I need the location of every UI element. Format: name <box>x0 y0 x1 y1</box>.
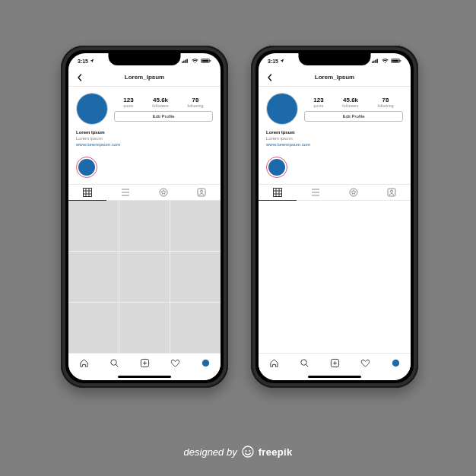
svg-rect-2 <box>185 60 186 63</box>
stat-following-label: following <box>187 103 203 108</box>
post-thumbnail[interactable] <box>170 303 221 353</box>
profile-bio: Lorem Ipsum Lorem ipsum www.loremipsum.c… <box>266 129 403 148</box>
tab-tagged[interactable] <box>182 185 221 200</box>
nav-home[interactable] <box>68 354 99 373</box>
svg-rect-31 <box>274 189 282 197</box>
profile-header: Lorem_Ipsum <box>259 68 411 87</box>
stat-followers[interactable]: 45.6k followers <box>152 97 169 108</box>
svg-point-18 <box>110 360 116 365</box>
svg-rect-6 <box>210 60 211 62</box>
battery-icon <box>201 59 211 63</box>
stat-posts-label: posts <box>123 103 133 108</box>
tab-tagged[interactable] <box>373 185 411 200</box>
status-time: 3:15 <box>268 59 278 64</box>
profile-header: Lorem_Ipsum <box>68 68 221 87</box>
svg-point-23 <box>202 360 208 367</box>
bio-link[interactable]: www.loremipsum.com <box>266 141 403 148</box>
nav-activity[interactable] <box>350 354 380 373</box>
grid-icon <box>273 188 282 197</box>
post-thumbnail[interactable] <box>170 252 221 302</box>
svg-point-49 <box>245 450 246 452</box>
svg-rect-26 <box>375 60 376 63</box>
home-indicator[interactable] <box>68 373 221 380</box>
post-thumbnail[interactable] <box>170 201 221 251</box>
tab-tagged-star[interactable] <box>144 185 182 200</box>
profile-avatar[interactable] <box>266 93 298 125</box>
nav-home[interactable] <box>259 354 289 373</box>
svg-point-42 <box>300 360 306 365</box>
stat-following[interactable]: 78 following <box>377 97 393 108</box>
profile-avatar-icon <box>201 358 211 368</box>
notch <box>299 53 371 65</box>
list-icon <box>121 188 130 197</box>
bio-name: Lorem Ipsum <box>76 129 213 135</box>
star-badge-icon <box>349 188 358 197</box>
heart-icon <box>170 358 180 368</box>
tab-list[interactable] <box>297 185 335 200</box>
add-post-icon <box>330 358 340 368</box>
edit-profile-button[interactable]: Edit Profile <box>114 111 213 122</box>
post-thumbnail[interactable] <box>68 201 119 251</box>
stat-followers-label: followers <box>342 103 359 108</box>
svg-rect-27 <box>376 59 377 63</box>
svg-line-43 <box>306 364 308 367</box>
svg-point-48 <box>243 446 253 457</box>
profile-username: Lorem_Ipsum <box>68 74 221 81</box>
bio-link[interactable]: www.loremipsum.com <box>76 141 213 148</box>
story-highlights <box>259 152 411 184</box>
back-button[interactable] <box>75 72 85 83</box>
post-thumbnail[interactable] <box>68 252 119 302</box>
story-highlight[interactable] <box>76 157 97 178</box>
nav-add[interactable] <box>319 354 350 373</box>
post-thumbnail[interactable] <box>119 303 170 353</box>
svg-rect-1 <box>183 61 184 63</box>
person-square-icon <box>197 188 206 197</box>
back-button[interactable] <box>265 72 275 83</box>
stat-followers-label: followers <box>152 103 169 108</box>
stat-following[interactable]: 78 following <box>187 97 203 108</box>
nav-profile[interactable] <box>190 354 221 373</box>
stat-followers[interactable]: 45.6k followers <box>342 97 359 108</box>
home-indicator[interactable] <box>259 373 411 380</box>
phone-mockup-right: 3:15 Lorem_Ipsum <box>251 46 418 388</box>
nav-add[interactable] <box>129 354 160 373</box>
post-thumbnail[interactable] <box>68 303 119 353</box>
edit-profile-button[interactable]: Edit Profile <box>304 111 403 122</box>
post-thumbnail[interactable] <box>119 201 170 251</box>
stat-followers-value: 45.6k <box>152 97 169 103</box>
status-time: 3:15 <box>78 59 88 64</box>
attribution: designed by freepik <box>0 446 476 458</box>
svg-point-50 <box>249 450 250 452</box>
home-icon <box>269 358 279 368</box>
tab-grid[interactable] <box>68 185 106 201</box>
stat-posts[interactable]: 123 posts <box>123 97 133 108</box>
story-highlights <box>68 152 221 184</box>
search-icon <box>300 358 309 368</box>
tab-tagged-star[interactable] <box>335 185 373 200</box>
profile-tabs <box>68 184 221 201</box>
add-post-icon <box>140 358 150 368</box>
profile-tabs <box>259 184 411 201</box>
wifi-icon <box>192 59 198 63</box>
notch <box>109 53 181 65</box>
star-badge-icon <box>159 188 168 197</box>
location-arrow-icon <box>280 59 284 63</box>
attribution-brand: freepik <box>259 446 293 458</box>
profile-section: 123 posts 45.6k followers 78 following <box>259 87 411 152</box>
svg-rect-24 <box>372 62 373 63</box>
post-thumbnail[interactable] <box>119 252 170 302</box>
nav-search[interactable] <box>99 354 129 373</box>
profile-avatar[interactable] <box>76 93 108 125</box>
story-highlight[interactable] <box>266 157 287 178</box>
wifi-icon <box>382 59 389 63</box>
signal-icon <box>372 59 379 63</box>
svg-rect-29 <box>392 60 398 62</box>
stat-posts[interactable]: 123 posts <box>313 97 323 108</box>
nav-profile[interactable] <box>380 354 411 373</box>
chevron-left-icon <box>76 74 84 81</box>
svg-rect-25 <box>373 61 374 63</box>
nav-search[interactable] <box>289 354 319 373</box>
tab-grid[interactable] <box>259 185 297 201</box>
nav-activity[interactable] <box>160 354 190 373</box>
tab-list[interactable] <box>106 185 144 200</box>
